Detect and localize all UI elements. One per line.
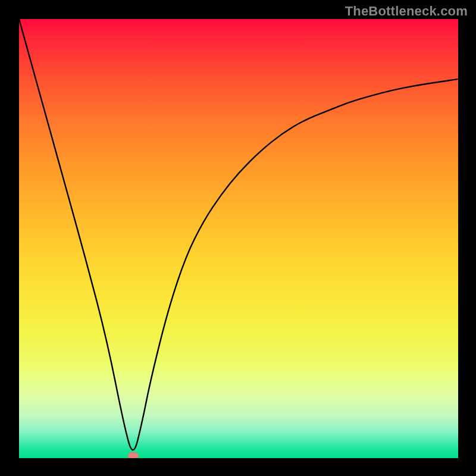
chart-svg <box>19 19 458 458</box>
chart-plot-area <box>19 19 458 458</box>
optimal-marker <box>128 452 139 458</box>
attribution-label: TheBottleneck.com <box>345 4 468 19</box>
bottleneck-curve <box>19 19 458 450</box>
